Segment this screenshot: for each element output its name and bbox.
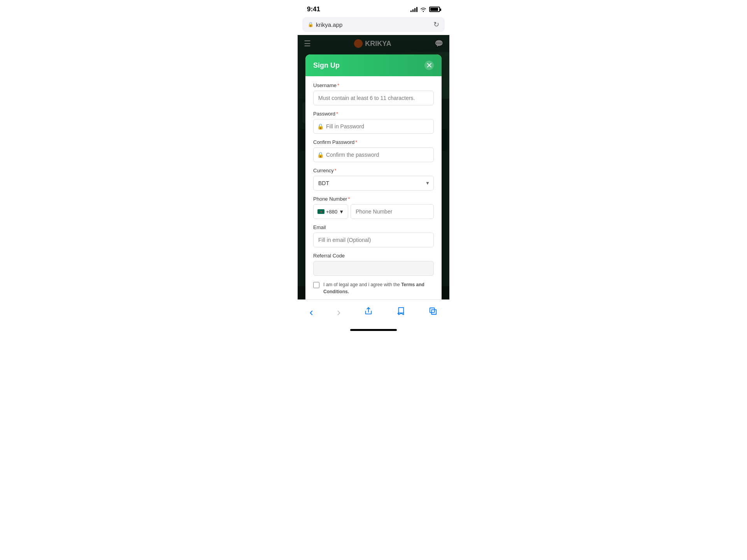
email-group: Email — [313, 224, 434, 247]
currency-select-wrapper: BDT USD EUR ▼ — [313, 176, 434, 191]
phone-required: * — [348, 196, 350, 202]
currency-required: * — [335, 168, 337, 173]
lock-icon: 🔒 — [308, 22, 314, 27]
wifi-icon — [420, 7, 427, 12]
phone-group: Phone Number* +880 ▼ — [313, 196, 434, 219]
email-label: Email — [313, 224, 434, 230]
forward-button[interactable]: › — [331, 304, 347, 320]
status-bar: 9:41 — [298, 0, 449, 16]
username-label: Username* — [313, 82, 434, 88]
referral-code-input[interactable] — [313, 261, 434, 276]
modal-close-button[interactable]: ✕ — [424, 61, 434, 70]
phone-country-selector[interactable]: +880 ▼ — [313, 204, 348, 219]
bangladesh-flag — [317, 209, 324, 214]
share-button[interactable] — [358, 305, 379, 319]
signup-modal: Sign Up ✕ Username* Password* — [305, 54, 442, 299]
modal-header: Sign Up ✕ — [305, 54, 442, 76]
terms-row: I am of legal age and i agree with the T… — [313, 281, 434, 295]
url-bar[interactable]: 🔒 krikya.app ↻ — [302, 17, 445, 32]
phone-row: +880 ▼ — [313, 204, 434, 219]
confirm-password-input[interactable] — [313, 147, 434, 162]
url-text: krikya.app — [316, 21, 342, 28]
back-button[interactable]: ‹ — [303, 304, 319, 320]
status-icons — [410, 7, 440, 12]
tabs-button[interactable] — [423, 305, 444, 319]
referral-label: Referral Code — [313, 253, 434, 259]
terms-text: I am of legal age and i agree with the T… — [323, 281, 434, 295]
referral-group: Referral Code — [313, 253, 434, 276]
reload-icon[interactable]: ↻ — [433, 20, 439, 29]
phone-label: Phone Number* — [313, 196, 434, 202]
bookmarks-button[interactable] — [390, 305, 411, 319]
home-indicator — [298, 323, 449, 336]
confirm-lock-icon: 🔒 — [317, 152, 324, 158]
country-dropdown-icon: ▼ — [339, 209, 344, 215]
home-bar — [350, 329, 397, 331]
password-label: Password* — [313, 111, 434, 117]
modal-title: Sign Up — [313, 61, 340, 70]
confirm-password-label: Confirm Password* — [313, 139, 434, 145]
email-input[interactable] — [313, 233, 434, 247]
website-background: ☰ KRIKYA 💬 REFERRAL REFERRAL 1,000,000 C… — [298, 35, 449, 299]
currency-select[interactable]: BDT USD EUR — [313, 176, 434, 191]
country-code: +880 — [326, 209, 337, 215]
url-content: 🔒 krikya.app — [308, 21, 342, 28]
battery-icon — [429, 7, 440, 12]
phone-number-input[interactable] — [351, 204, 434, 219]
currency-group: Currency* BDT USD EUR ▼ — [313, 168, 434, 191]
confirm-password-group: Confirm Password* 🔒 — [313, 139, 434, 162]
modal-body: Username* Password* 🔒 — [305, 76, 442, 299]
password-input[interactable] — [313, 119, 434, 134]
signal-icon — [410, 7, 417, 12]
browser-bottom-nav: ‹ › — [298, 299, 449, 323]
terms-checkbox[interactable] — [313, 282, 319, 288]
password-input-wrapper: 🔒 — [313, 119, 434, 134]
username-required: * — [337, 82, 339, 88]
password-required: * — [336, 111, 338, 117]
currency-label: Currency* — [313, 168, 434, 173]
svg-rect-1 — [430, 308, 435, 313]
password-group: Password* 🔒 — [313, 111, 434, 134]
username-group: Username* — [313, 82, 434, 105]
confirm-password-required: * — [355, 139, 357, 145]
confirm-password-input-wrapper: 🔒 — [313, 147, 434, 162]
status-time: 9:41 — [307, 5, 320, 13]
password-lock-icon: 🔒 — [317, 123, 324, 130]
username-input[interactable] — [313, 91, 434, 105]
